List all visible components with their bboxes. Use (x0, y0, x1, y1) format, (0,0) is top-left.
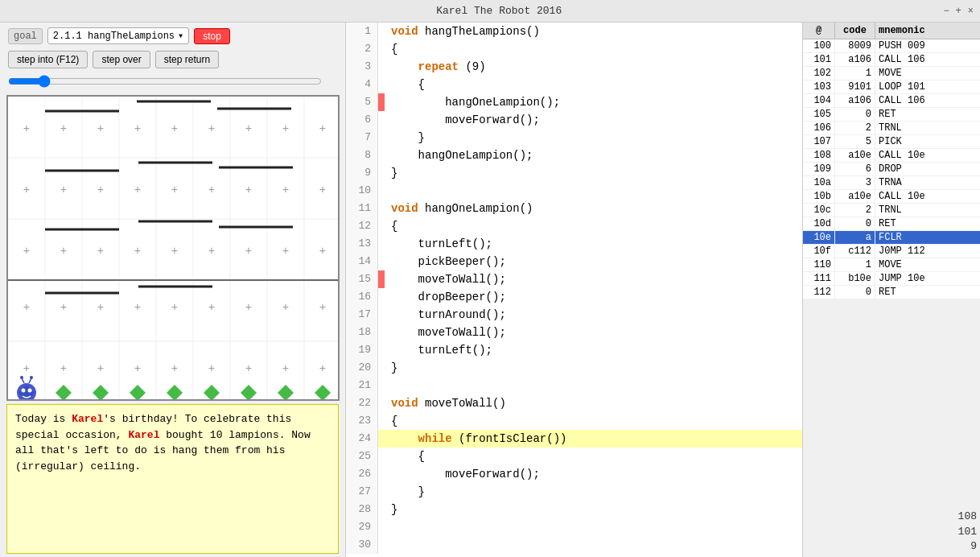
svg-text:+: + (208, 122, 215, 135)
asm-row[interactable]: 101a106CALL 106 (803, 53, 980, 67)
line-number: 26 (346, 465, 378, 483)
line-number: 21 (346, 377, 378, 394)
karel-name-2: Karel (128, 429, 159, 441)
line-content: { (385, 76, 425, 93)
asm-row[interactable]: 1096DROP (803, 163, 980, 176)
asm-row[interactable]: 10d0RET (803, 217, 980, 231)
asm-row[interactable]: 104a106CALL 106 (803, 94, 980, 108)
asm-row[interactable]: 10a3TRNA (803, 176, 980, 190)
line-content: moveToWall(); (385, 324, 506, 341)
asm-row[interactable]: 10fc112J0MP 112 (803, 245, 980, 258)
line-indicator (378, 164, 385, 182)
svg-text:+: + (97, 184, 104, 196)
asm-cell-code: a106 (835, 53, 875, 66)
svg-text:+: + (319, 301, 326, 314)
line-content: { (385, 40, 397, 58)
asm-cell-mnemonic: PUSH 009 (875, 39, 980, 52)
asm-cell-code: a (835, 231, 875, 244)
speed-slider-container (0, 73, 345, 95)
code-line: 3 repeat (9) (346, 58, 802, 76)
asm-row[interactable]: 1075PICK (803, 135, 980, 149)
step-buttons: step into (F12) step over step return (0, 49, 345, 73)
svg-point-85 (20, 376, 23, 379)
asm-cell-at: 109 (803, 163, 835, 175)
program-dropdown[interactable]: 2.1.1 hangTheLampions ▾ (47, 27, 189, 44)
step-over-button[interactable]: step over (93, 51, 150, 68)
code-line: 5 hangOneLampion(); (346, 93, 802, 111)
asm-row[interactable]: 1050RET (803, 108, 980, 122)
asm-cell-mnemonic: MOVE (875, 67, 980, 80)
svg-text:+: + (245, 301, 252, 314)
step-into-button[interactable]: step into (F12) (8, 51, 88, 68)
asm-row[interactable]: 1008009PUSH 009 (803, 39, 980, 53)
svg-text:+: + (208, 301, 215, 314)
asm-row[interactable]: 10eaFCLR (803, 231, 980, 245)
asm-cell-code: 2 (835, 122, 875, 134)
code-editor[interactable]: 1void hangTheLampions()2{3 repeat (9)4 {… (346, 23, 802, 557)
asm-row[interactable]: 1039101LOOP 101 (803, 80, 980, 94)
svg-text:+: + (134, 362, 141, 375)
code-line: 26 moveForward(); (346, 465, 802, 483)
asm-header: @ code mnemonic (803, 23, 980, 39)
minimize-button[interactable]: − (943, 6, 949, 17)
close-button[interactable]: × (968, 6, 974, 17)
svg-text:+: + (319, 184, 326, 196)
svg-text:+: + (60, 362, 67, 375)
asm-cell-mnemonic: DROP (875, 163, 980, 175)
asm-row[interactable]: 108a10eCALL 10e (803, 149, 980, 163)
asm-row[interactable]: 1021MOVE (803, 67, 980, 80)
code-line: 15 moveToWall(); (346, 270, 802, 288)
line-content (385, 377, 391, 394)
svg-text:+: + (282, 122, 289, 135)
code-line: 4 { (346, 76, 802, 93)
line-number: 8 (346, 146, 378, 164)
code-line: 28} (346, 501, 802, 518)
asm-cell-at: 110 (803, 258, 835, 271)
svg-point-81 (22, 389, 26, 393)
svg-text:+: + (97, 362, 104, 375)
grid-svg: + + + + + + + + + + + + + + + + + + (8, 97, 340, 401)
svg-text:+: + (208, 362, 215, 375)
asm-row[interactable]: 10c2TRNL (803, 204, 980, 217)
asm-cell-code: 5 (835, 135, 875, 148)
line-number: 2 (346, 40, 378, 58)
stop-button[interactable]: stop (194, 28, 230, 44)
line-indicator (378, 430, 385, 448)
asm-row[interactable]: 111b10eJUMP 10e (803, 272, 980, 286)
line-indicator (378, 111, 385, 129)
asm-cell-at: 100 (803, 39, 835, 52)
asm-row[interactable]: 1101MOVE (803, 258, 980, 272)
svg-text:+: + (23, 245, 30, 258)
code-line: 11void hangOneLampion() (346, 200, 802, 217)
toolbar: goal 2.1.1 hangTheLampions ▾ stop (0, 23, 345, 49)
asm-rows[interactable]: 1008009PUSH 009101a106CALL 1061021MOVE10… (803, 39, 980, 299)
code-line: 12{ (346, 217, 802, 235)
line-number: 23 (346, 412, 378, 430)
line-content: } (385, 501, 397, 518)
bottom-number: 108 (958, 510, 977, 524)
svg-text:+: + (97, 301, 104, 314)
line-indicator (378, 412, 385, 430)
asm-row[interactable]: 10ba10eCALL 10e (803, 190, 980, 204)
maximize-button[interactable]: + (956, 6, 961, 17)
code-line: 2{ (346, 40, 802, 58)
line-indicator (378, 536, 385, 554)
karel-name-1: Karel (72, 413, 103, 425)
line-content: void hangTheLampions() (385, 23, 540, 40)
code-line: 25 { (346, 448, 802, 465)
asm-cell-code: b10e (835, 272, 875, 285)
asm-row[interactable]: 1120RET (803, 286, 980, 299)
asm-row[interactable]: 1062TRNL (803, 122, 980, 135)
line-content: hangOneLampion(); (385, 146, 533, 164)
step-return-button[interactable]: step return (155, 51, 219, 68)
speed-slider[interactable] (8, 75, 322, 88)
line-number: 19 (346, 341, 378, 359)
program-name: 2.1.1 hangTheLampions (53, 31, 175, 42)
line-content: void hangOneLampion() (385, 200, 533, 217)
asm-cell-at: 106 (803, 122, 835, 134)
code-line: 18 moveToWall(); (346, 324, 802, 341)
line-indicator (378, 341, 385, 359)
svg-text:+: + (282, 362, 289, 375)
code-line: 22void moveToWall() (346, 394, 802, 412)
line-indicator (378, 465, 385, 483)
